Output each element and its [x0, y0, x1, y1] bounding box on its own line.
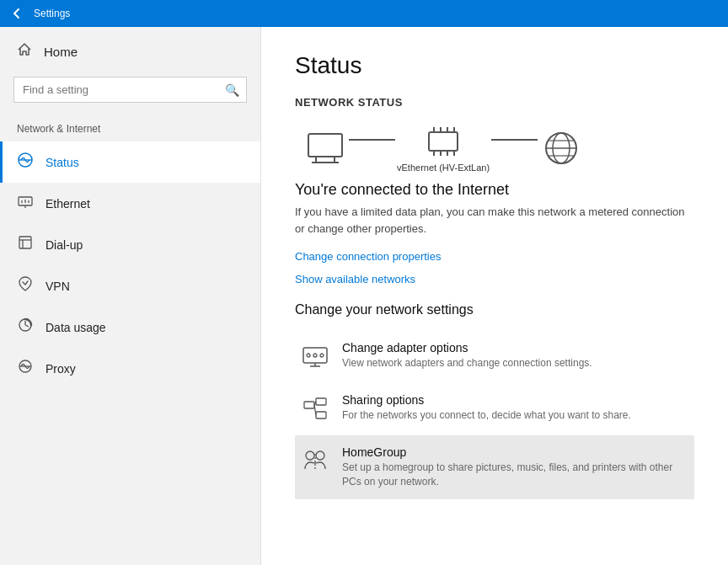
vpn-icon	[17, 275, 34, 296]
settings-item-homegroup[interactable]: HomeGroup Set up a homegroup to share pi…	[295, 435, 694, 499]
svg-rect-15	[308, 134, 342, 157]
svg-point-36	[320, 354, 324, 357]
sidebar-item-datausage[interactable]: Data usage	[0, 306, 260, 348]
settings-item-adapter[interactable]: Change adapter options View network adap…	[295, 331, 694, 383]
sidebar-item-vpn[interactable]: VPN	[0, 265, 260, 306]
svg-rect-40	[316, 398, 326, 405]
settings-item-sharing[interactable]: Sharing options For the networks you con…	[295, 383, 694, 435]
homegroup-desc: Set up a homegroup to share pictures, mu…	[342, 461, 688, 489]
adapter-icon	[302, 343, 329, 373]
network-device-label: vEthernet (HV-ExtLan)	[397, 163, 490, 173]
homegroup-name: HomeGroup	[342, 445, 688, 459]
change-connection-link[interactable]: Change connection properties	[295, 250, 441, 263]
dialup-icon	[17, 234, 34, 255]
network-diagram: vEthernet (HV-ExtLan)	[303, 125, 694, 173]
main-layout: Home 🔍 Network & Internet Status	[0, 27, 728, 565]
sidebar-item-ethernet-label: Ethernet	[46, 197, 90, 211]
sidebar-item-vpn-label: VPN	[46, 280, 70, 293]
home-label: Home	[44, 45, 78, 59]
network-line-1	[349, 139, 395, 141]
change-settings-title: Change your network settings	[295, 302, 694, 317]
svg-line-12	[25, 325, 29, 327]
homegroup-text: HomeGroup Set up a homegroup to share pi…	[342, 445, 688, 489]
home-icon	[17, 42, 32, 61]
adapter-name: Change adapter options	[342, 341, 592, 354]
sidebar-item-proxy[interactable]: Proxy	[0, 348, 260, 389]
sidebar-item-status-label: Status	[46, 156, 79, 169]
sidebar-item-ethernet[interactable]: Ethernet	[0, 183, 260, 224]
connected-desc: If you have a limited data plan, you can…	[295, 204, 694, 237]
back-button[interactable]	[8, 5, 25, 22]
sidebar-item-dialup-label: Dial-up	[46, 238, 83, 252]
sidebar-item-dialup[interactable]: Dial-up	[0, 224, 260, 265]
network-status-label: Network status	[295, 96, 694, 109]
svg-point-34	[307, 354, 310, 357]
ethernet-icon	[17, 193, 34, 214]
sharing-icon	[302, 395, 329, 425]
svg-point-35	[313, 354, 317, 357]
globe-icon	[539, 130, 583, 168]
computer-icon	[303, 132, 347, 166]
sidebar-item-datausage-label: Data usage	[46, 321, 106, 334]
search-icon: 🔍	[218, 83, 246, 97]
datausage-icon	[17, 317, 34, 338]
sidebar-item-status[interactable]: Status	[0, 141, 260, 183]
svg-rect-7	[19, 237, 31, 248]
show-available-networks-link[interactable]: Show available networks	[295, 273, 415, 285]
sidebar-search-box[interactable]: 🔍	[13, 77, 247, 103]
svg-point-45	[316, 451, 324, 460]
adapter-desc: View network adapters and change connect…	[342, 356, 592, 370]
title-bar: Settings	[0, 0, 728, 27]
sidebar-item-home[interactable]: Home	[0, 27, 260, 77]
content-area: Status Network status	[261, 27, 728, 565]
status-icon	[17, 152, 34, 173]
adapter-text: Change adapter options View network adap…	[342, 341, 592, 370]
search-input[interactable]	[14, 77, 218, 102]
svg-point-44	[306, 451, 314, 460]
page-title: Status	[295, 52, 694, 79]
svg-rect-41	[316, 412, 326, 418]
connected-title: You're connected to the Internet	[295, 181, 694, 199]
svg-rect-39	[304, 402, 314, 408]
proxy-icon	[17, 358, 34, 379]
network-line-2	[491, 139, 538, 141]
homegroup-icon	[302, 447, 329, 477]
svg-rect-19	[429, 132, 458, 151]
sharing-desc: For the networks you connect to, decide …	[342, 408, 631, 423]
sidebar: Home 🔍 Network & Internet Status	[0, 27, 261, 565]
sharing-text: Sharing options For the networks you con…	[342, 393, 631, 423]
svg-line-43	[314, 405, 316, 415]
title-bar-title: Settings	[34, 8, 70, 19]
sharing-name: Sharing options	[342, 393, 631, 407]
switch-icon: vEthernet (HV-ExtLan)	[397, 125, 490, 173]
sidebar-section-title: Network & Internet	[0, 116, 260, 141]
sidebar-item-proxy-label: Proxy	[46, 362, 76, 376]
